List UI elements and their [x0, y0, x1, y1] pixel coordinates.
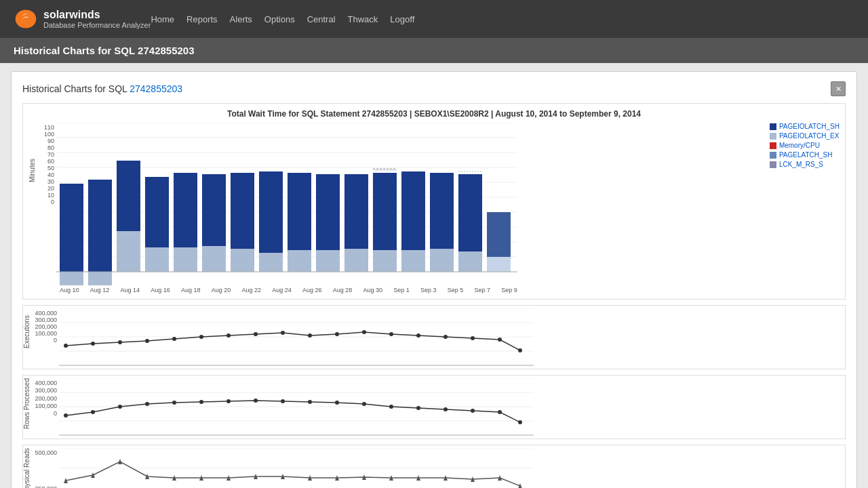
- rows-dot-5: [199, 400, 203, 404]
- rows-dot-16: [498, 410, 502, 414]
- legend-label-1[interactable]: PAGEIOLATCH_EX: [779, 132, 840, 140]
- rows-chart-inner: [59, 378, 534, 436]
- exec-y-2: 200,000: [32, 323, 57, 330]
- x-tick-8: Aug 26: [302, 287, 322, 293]
- x-tick-14: Sep 7: [475, 287, 491, 293]
- exec-dot-0: [64, 344, 68, 348]
- x-tick-4: Aug 18: [181, 287, 201, 293]
- solarwinds-logo-icon: [14, 7, 38, 31]
- rows-y-3: 100,000: [32, 403, 57, 409]
- x-tick-5: Aug 20: [212, 287, 231, 293]
- exec-y-3: 100,000: [32, 330, 57, 337]
- physical-reads-chart-inner: [59, 448, 534, 488]
- rows-dot-2: [118, 405, 122, 409]
- nav-home[interactable]: Home: [151, 14, 174, 24]
- logo-area: solarwinds Database Performance Analyzer: [43, 9, 151, 29]
- nav-options[interactable]: Options: [264, 14, 295, 24]
- bar-5-sh: [202, 174, 226, 246]
- legend-item-2[interactable]: Memory/CPU: [770, 142, 840, 149]
- exec-dot-9: [308, 333, 312, 338]
- nav-central[interactable]: Central: [307, 14, 336, 24]
- nav-thwack[interactable]: Thwack: [348, 14, 378, 24]
- executions-y-label: Executions: [23, 308, 31, 356]
- rows-dot-7: [254, 399, 258, 403]
- y-tick-4: 70: [37, 151, 54, 158]
- exec-dot-8: [281, 331, 285, 335]
- rows-dot-8: [281, 399, 285, 403]
- rows-dot-1: [91, 410, 95, 414]
- logo-text: solarwinds: [43, 9, 151, 21]
- x-tick-1: Aug 12: [90, 287, 110, 293]
- card-header: Historical Charts for SQL 2742855203 ✕: [22, 81, 846, 96]
- y-tick-2: 90: [37, 138, 54, 144]
- exec-dot-12: [389, 332, 393, 336]
- executions-line: [66, 332, 520, 350]
- legend-color-1: [770, 133, 776, 140]
- x-tick-13: Sep 5: [448, 287, 464, 293]
- main-chart-container: Total Wait Time for SQL Statement 274285…: [22, 103, 846, 300]
- nav-alerts[interactable]: Alerts: [230, 14, 252, 24]
- x-tick-6: Aug 22: [242, 287, 262, 293]
- card-heading: Historical Charts for SQL 2742855203: [22, 83, 182, 94]
- x-tick-15: Sep 9: [501, 287, 517, 293]
- rows-chart-container: Rows Processed 400,000 300,000 200,000 1…: [22, 375, 846, 439]
- rows-dot-15: [471, 409, 475, 413]
- bar-9-sh: [316, 174, 340, 250]
- phys-y-0: 500,000: [32, 449, 57, 456]
- legend-color-4: [770, 161, 776, 168]
- y-tick-7: 40: [37, 171, 54, 178]
- legend-label-2[interactable]: Memory/CPU: [779, 142, 820, 149]
- x-tick-9: Aug 28: [333, 287, 353, 293]
- rows-y-4: 0: [32, 410, 57, 417]
- y-tick-9: 20: [37, 185, 54, 192]
- bar-1-sh: [88, 180, 112, 272]
- logo-sub: Database Performance Analyzer: [43, 21, 151, 29]
- sql-id-link[interactable]: 2742855203: [130, 83, 182, 94]
- bar-11-sh: [373, 173, 397, 250]
- exec-dot-16: [498, 338, 502, 342]
- heading-text: Historical Charts for SQL: [22, 83, 130, 94]
- legend-color-0: [770, 123, 776, 130]
- y-tick-0: 110: [37, 124, 54, 131]
- legend-label-3[interactable]: PAGELATCH_SH: [779, 151, 833, 159]
- legend-color-2: [770, 142, 776, 149]
- rows-dot-9: [308, 400, 312, 404]
- exec-dot-4: [172, 337, 176, 341]
- rows-chart-area: Rows Processed 400,000 300,000 200,000 1…: [23, 378, 845, 436]
- rows-y-label: Rows Processed: [23, 378, 31, 429]
- bar-7-sh: [259, 171, 283, 253]
- exec-dot-13: [416, 333, 420, 338]
- bar-0-sh: [60, 184, 83, 272]
- legend-item-4[interactable]: LCK_M_RS_S: [770, 161, 840, 168]
- bar-10-sh: [344, 174, 368, 249]
- executions-chart-container: Executions 400,000 300,000 200,000 100,0…: [22, 305, 846, 369]
- executions-svg: [59, 308, 534, 366]
- exec-dot-6: [226, 333, 231, 338]
- bar-chart-inner: Aug 10 Aug 12 Aug 14 Aug 16 Aug 18 Aug 2…: [56, 123, 763, 293]
- bar-3-sh: [145, 177, 169, 247]
- nav-logoff[interactable]: Logoff: [390, 14, 414, 24]
- legend-label-0[interactable]: PAGEIOLATCH_SH: [779, 123, 840, 130]
- top-nav: solarwinds Database Performance Analyzer…: [0, 0, 868, 38]
- y-tick-8: 30: [37, 178, 54, 185]
- phys-y-1: 250,000: [32, 485, 57, 488]
- x-tick-7: Aug 24: [272, 287, 292, 293]
- exec-dot-2: [118, 340, 122, 344]
- exec-dot-10: [335, 332, 339, 336]
- bar-4-sh: [174, 173, 197, 247]
- close-button[interactable]: ✕: [831, 81, 846, 96]
- nav-links: Home Reports Alerts Options Central Thwa…: [151, 14, 414, 24]
- x-tick-3: Aug 16: [151, 287, 170, 293]
- y-tick-5: 60: [37, 158, 54, 165]
- legend-label-4[interactable]: LCK_M_RS_S: [779, 161, 823, 168]
- legend-color-3: [770, 152, 776, 159]
- executions-chart-inner: [59, 308, 534, 366]
- bar-12-sh: [401, 171, 425, 250]
- legend-item-0[interactable]: PAGEIOLATCH_SH: [770, 123, 840, 130]
- exec-dot-7: [254, 332, 258, 336]
- nav-reports[interactable]: Reports: [186, 14, 218, 24]
- exec-dot-1: [91, 342, 95, 346]
- legend-item-1[interactable]: PAGEIOLATCH_EX: [770, 132, 840, 140]
- main-y-label: Minutes: [28, 123, 36, 218]
- legend-item-3[interactable]: PAGELATCH_SH: [770, 151, 840, 159]
